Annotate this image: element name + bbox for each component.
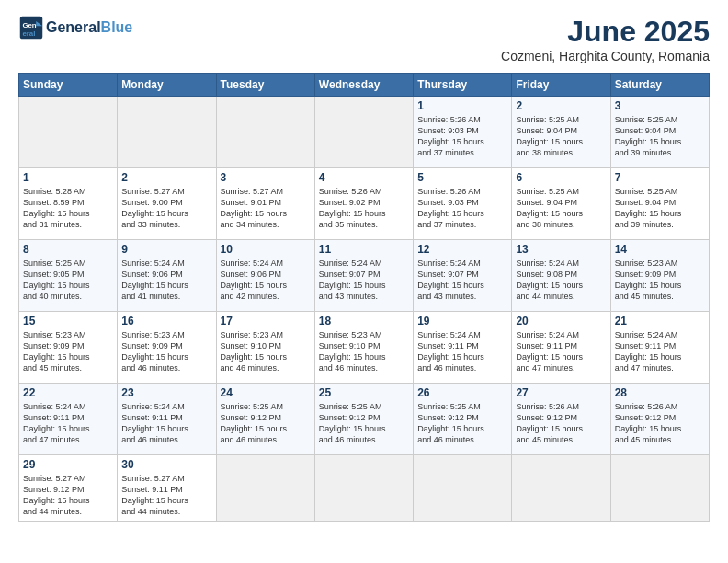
calendar-cell: 15Sunrise: 5:23 AMSunset: 9:09 PMDayligh… (19, 312, 118, 384)
day-number: 4 (319, 171, 409, 184)
calendar-cell: 28Sunrise: 5:26 AMSunset: 9:12 PMDayligh… (610, 384, 709, 455)
calendar-week-row: 1Sunrise: 5:28 AMSunset: 8:59 PMDaylight… (19, 168, 710, 240)
calendar-cell: 22Sunrise: 5:24 AMSunset: 9:11 PMDayligh… (19, 384, 118, 455)
calendar-cell: 2Sunrise: 5:27 AMSunset: 9:00 PMDaylight… (118, 168, 216, 240)
day-number: 21 (615, 315, 705, 327)
day-number: 1 (417, 99, 507, 112)
calendar-cell: 8Sunrise: 5:25 AMSunset: 9:05 PMDaylight… (19, 240, 118, 312)
calendar-week-row: 15Sunrise: 5:23 AMSunset: 9:09 PMDayligh… (19, 312, 710, 384)
day-info: Sunrise: 5:27 AMSunset: 9:12 PMDaylight:… (23, 473, 113, 518)
day-number: 15 (23, 315, 113, 327)
day-number: 27 (516, 386, 606, 399)
day-number: 13 (516, 243, 606, 256)
logo: Gen eral GeneralBlue (18, 15, 132, 40)
day-number: 1 (23, 171, 113, 184)
calendar-cell: 7Sunrise: 5:25 AMSunset: 9:04 PMDaylight… (610, 168, 709, 240)
logo-icon: Gen eral (18, 15, 44, 40)
calendar-cell: 20Sunrise: 5:24 AMSunset: 9:11 PMDayligh… (512, 312, 610, 384)
weekday-header-tuesday: Tuesday (216, 74, 314, 97)
day-info: Sunrise: 5:23 AMSunset: 9:09 PMDaylight:… (615, 258, 705, 303)
weekday-header-friday: Friday (512, 74, 610, 97)
day-info: Sunrise: 5:27 AMSunset: 9:11 PMDaylight:… (121, 473, 211, 518)
day-number: 9 (121, 243, 211, 256)
day-info: Sunrise: 5:27 AMSunset: 9:00 PMDaylight:… (121, 186, 211, 231)
calendar-cell: 3Sunrise: 5:27 AMSunset: 9:01 PMDaylight… (216, 168, 314, 240)
weekday-header-wednesday: Wednesday (314, 74, 413, 97)
calendar-cell (118, 97, 216, 168)
day-info: Sunrise: 5:26 AMSunset: 9:03 PMDaylight:… (417, 186, 507, 231)
day-number: 3 (615, 99, 705, 112)
day-info: Sunrise: 5:26 AMSunset: 9:02 PMDaylight:… (319, 186, 409, 231)
calendar-cell: 2Sunrise: 5:25 AMSunset: 9:04 PMDaylight… (512, 97, 610, 168)
svg-text:eral: eral (22, 29, 35, 38)
day-number: 2 (516, 99, 606, 112)
weekday-header-saturday: Saturday (610, 74, 709, 97)
calendar-cell (414, 455, 512, 522)
calendar-cell: 11Sunrise: 5:24 AMSunset: 9:07 PMDayligh… (314, 240, 413, 312)
day-info: Sunrise: 5:24 AMSunset: 9:11 PMDaylight:… (615, 329, 705, 374)
page-container: Gen eral GeneralBlue June 2025 Cozmeni, … (0, 0, 728, 531)
day-info: Sunrise: 5:26 AMSunset: 9:12 PMDaylight:… (516, 401, 606, 446)
day-number: 2 (121, 171, 211, 184)
day-info: Sunrise: 5:24 AMSunset: 9:11 PMDaylight:… (121, 401, 211, 446)
day-info: Sunrise: 5:23 AMSunset: 9:10 PMDaylight:… (319, 329, 409, 374)
day-number: 30 (121, 458, 211, 471)
day-number: 11 (319, 243, 409, 256)
day-info: Sunrise: 5:28 AMSunset: 8:59 PMDaylight:… (23, 186, 113, 231)
calendar-cell: 27Sunrise: 5:26 AMSunset: 9:12 PMDayligh… (512, 384, 610, 455)
day-number: 22 (23, 386, 113, 399)
day-info: Sunrise: 5:24 AMSunset: 9:07 PMDaylight:… (417, 258, 507, 303)
header: Gen eral GeneralBlue June 2025 Cozmeni, … (18, 15, 710, 63)
calendar-cell: 10Sunrise: 5:24 AMSunset: 9:06 PMDayligh… (216, 240, 314, 312)
calendar-cell: 16Sunrise: 5:23 AMSunset: 9:09 PMDayligh… (118, 312, 216, 384)
day-info: Sunrise: 5:27 AMSunset: 9:01 PMDaylight:… (221, 186, 311, 231)
weekday-header-thursday: Thursday (414, 74, 512, 97)
calendar-cell: 14Sunrise: 5:23 AMSunset: 9:09 PMDayligh… (610, 240, 709, 312)
logo-text: GeneralBlue (46, 19, 132, 36)
day-info: Sunrise: 5:26 AMSunset: 9:12 PMDaylight:… (615, 401, 705, 446)
day-info: Sunrise: 5:25 AMSunset: 9:12 PMDaylight:… (417, 401, 507, 446)
svg-text:Gen: Gen (22, 21, 36, 29)
month-title: June 2025 (501, 15, 710, 49)
calendar-cell: 17Sunrise: 5:23 AMSunset: 9:10 PMDayligh… (216, 312, 314, 384)
calendar-cell: 1Sunrise: 5:28 AMSunset: 8:59 PMDaylight… (19, 168, 118, 240)
calendar-table: SundayMondayTuesdayWednesdayThursdayFrid… (18, 73, 710, 522)
day-info: Sunrise: 5:25 AMSunset: 9:04 PMDaylight:… (615, 114, 705, 159)
calendar-cell: 19Sunrise: 5:24 AMSunset: 9:11 PMDayligh… (414, 312, 512, 384)
day-number: 23 (121, 386, 211, 399)
calendar-cell: 1Sunrise: 5:26 AMSunset: 9:03 PMDaylight… (414, 97, 512, 168)
calendar-cell (610, 455, 709, 522)
calendar-cell: 21Sunrise: 5:24 AMSunset: 9:11 PMDayligh… (610, 312, 709, 384)
day-number: 5 (417, 171, 507, 184)
calendar-cell (512, 455, 610, 522)
day-number: 12 (417, 243, 507, 256)
day-number: 10 (221, 243, 311, 256)
day-info: Sunrise: 5:23 AMSunset: 9:09 PMDaylight:… (23, 329, 113, 374)
calendar-cell: 25Sunrise: 5:25 AMSunset: 9:12 PMDayligh… (314, 384, 413, 455)
calendar-cell: 12Sunrise: 5:24 AMSunset: 9:07 PMDayligh… (414, 240, 512, 312)
day-info: Sunrise: 5:24 AMSunset: 9:08 PMDaylight:… (516, 258, 606, 303)
day-info: Sunrise: 5:24 AMSunset: 9:06 PMDaylight:… (121, 258, 211, 303)
calendar-cell: 29Sunrise: 5:27 AMSunset: 9:12 PMDayligh… (19, 455, 118, 522)
day-info: Sunrise: 5:23 AMSunset: 9:10 PMDaylight:… (221, 329, 311, 374)
day-number: 3 (221, 171, 311, 184)
calendar-cell (314, 97, 413, 168)
day-number: 24 (221, 386, 311, 399)
day-number: 7 (615, 171, 705, 184)
day-info: Sunrise: 5:25 AMSunset: 9:04 PMDaylight:… (615, 186, 705, 231)
day-number: 29 (23, 458, 113, 471)
calendar-week-row: 1Sunrise: 5:26 AMSunset: 9:03 PMDaylight… (19, 97, 710, 168)
calendar-cell (216, 97, 314, 168)
calendar-cell: 6Sunrise: 5:25 AMSunset: 9:04 PMDaylight… (512, 168, 610, 240)
day-info: Sunrise: 5:24 AMSunset: 9:07 PMDaylight:… (319, 258, 409, 303)
calendar-week-row: 8Sunrise: 5:25 AMSunset: 9:05 PMDaylight… (19, 240, 710, 312)
weekday-header-monday: Monday (118, 74, 216, 97)
calendar-cell: 4Sunrise: 5:26 AMSunset: 9:02 PMDaylight… (314, 168, 413, 240)
day-info: Sunrise: 5:25 AMSunset: 9:04 PMDaylight:… (516, 186, 606, 231)
calendar-week-row: 22Sunrise: 5:24 AMSunset: 9:11 PMDayligh… (19, 384, 710, 455)
day-number: 20 (516, 315, 606, 327)
location-title: Cozmeni, Harghita County, Romania (501, 49, 710, 63)
calendar-cell: 9Sunrise: 5:24 AMSunset: 9:06 PMDaylight… (118, 240, 216, 312)
day-info: Sunrise: 5:25 AMSunset: 9:05 PMDaylight:… (23, 258, 113, 303)
calendar-cell (19, 97, 118, 168)
